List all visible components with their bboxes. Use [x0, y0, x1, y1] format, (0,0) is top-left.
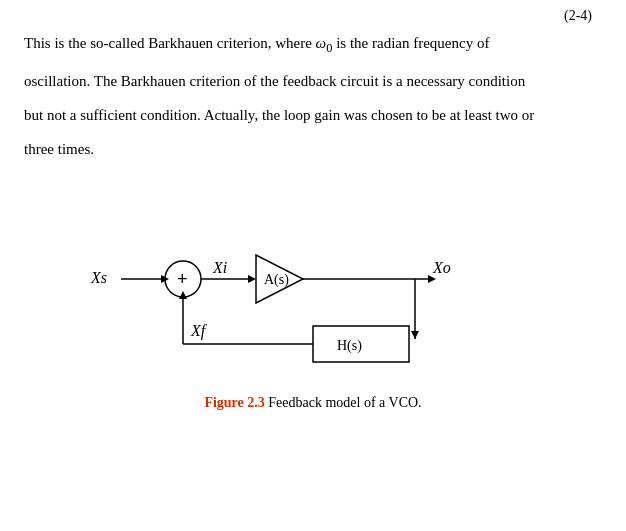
hs-label: H(s): [337, 338, 362, 354]
page-content: (2-4) EIS 1896: [0, 0, 626, 419]
arrow-xo: [428, 275, 436, 283]
xs-label: Xs: [90, 269, 107, 286]
feedback-diagram: Xs + Xi A(s) Xo: [73, 171, 553, 391]
paragraph-text2: oscillation. The Barkhauen criterion of …: [24, 68, 602, 94]
figure-caption: Figure 2.3 Feedback model of a VCO.: [204, 395, 421, 411]
as-label: A(s): [264, 272, 289, 288]
diagram-container: Xs + Xi A(s) Xo: [24, 171, 602, 411]
xf-label: Xf: [190, 322, 208, 340]
figure-caption-text: Feedback model of a VCO.: [265, 395, 422, 410]
text-part1: This is the so-called Barkhauen criterio…: [24, 35, 316, 51]
equation-label: (2-4): [564, 8, 592, 23]
xi-label: Xi: [212, 259, 227, 276]
plus-sign: +: [177, 269, 188, 289]
omega-symbol: ω: [316, 35, 327, 51]
equation-line: (2-4): [24, 8, 602, 24]
arrow-down-hs: [411, 331, 419, 339]
figure-label: Figure 2.3: [204, 395, 264, 410]
text-body: EIS 1896 This is the so-called Barkhauen…: [24, 30, 602, 163]
paragraph-text3: but not a sufficient condition. Actually…: [24, 102, 602, 128]
paragraph-text4: three times.: [24, 136, 602, 162]
arrow-up-feedback: [179, 291, 187, 299]
paragraph-text: This is the so-called Barkhauen criterio…: [24, 30, 602, 60]
arrow-xi: [248, 275, 256, 283]
xo-label: Xo: [432, 259, 451, 276]
diagram-svg-wrapper: Xs + Xi A(s) Xo: [73, 171, 553, 391]
text-part2: is the radian frequency of: [332, 35, 489, 51]
